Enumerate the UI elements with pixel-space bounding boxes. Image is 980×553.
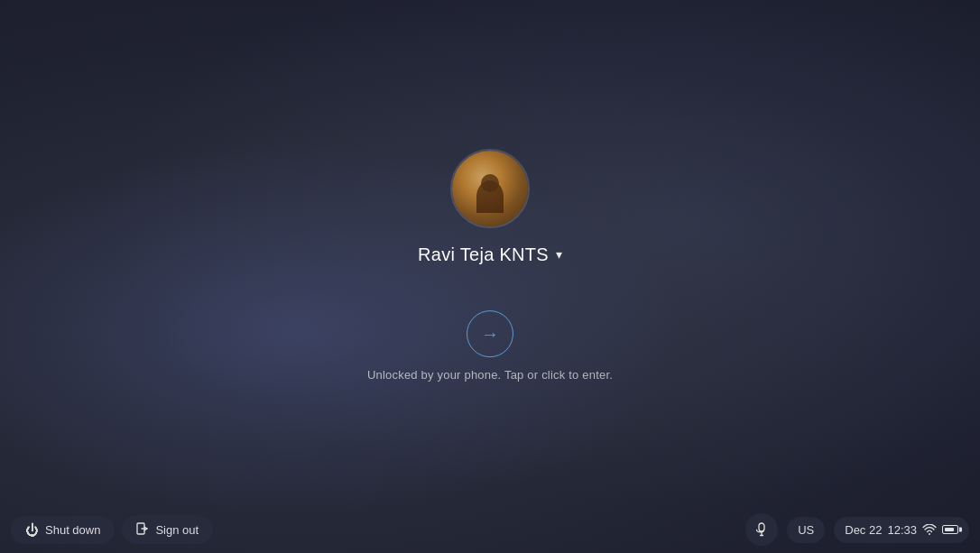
sign-out-label: Sign out xyxy=(155,523,199,537)
arrow-right-icon: → xyxy=(481,325,499,343)
time-label: 12:33 xyxy=(887,523,917,537)
battery-icon xyxy=(942,525,958,534)
unlock-hint-text: Unlocked by your phone. Tap or click to … xyxy=(367,368,613,382)
chevron-down-icon: ▾ xyxy=(556,247,562,262)
unlock-section[interactable]: → Unlocked by your phone. Tap or click t… xyxy=(367,310,613,382)
bottom-bar: ⏻ Shut down Sign out US xyxy=(0,506,980,553)
shutdown-label: Shut down xyxy=(45,523,100,537)
microphone-button[interactable] xyxy=(745,513,778,546)
wifi-icon xyxy=(922,524,937,535)
locale-button[interactable]: US xyxy=(787,517,825,543)
avatar-image xyxy=(452,151,528,226)
bottom-right-status: US Dec 22 12:33 xyxy=(745,513,969,546)
shutdown-button[interactable]: ⏻ Shut down xyxy=(11,516,115,544)
unlock-button[interactable]: → xyxy=(467,310,513,357)
locale-label: US xyxy=(798,523,814,537)
sign-out-icon xyxy=(136,522,149,537)
sign-out-button[interactable]: Sign out xyxy=(122,515,213,544)
shutdown-icon: ⏻ xyxy=(25,523,39,537)
date-label: Dec 22 xyxy=(845,523,882,537)
user-name-row[interactable]: Ravi Teja KNTS ▾ xyxy=(418,244,562,265)
avatar xyxy=(450,149,530,228)
datetime-button[interactable]: Dec 22 12:33 xyxy=(834,517,969,543)
svg-point-5 xyxy=(929,533,930,535)
center-login-panel: Ravi Teja KNTS ▾ → Unlocked by your phon… xyxy=(367,149,613,382)
bottom-left-actions: ⏻ Shut down Sign out xyxy=(11,515,213,544)
user-name-label: Ravi Teja KNTS xyxy=(418,244,549,265)
microphone-icon xyxy=(754,522,769,537)
